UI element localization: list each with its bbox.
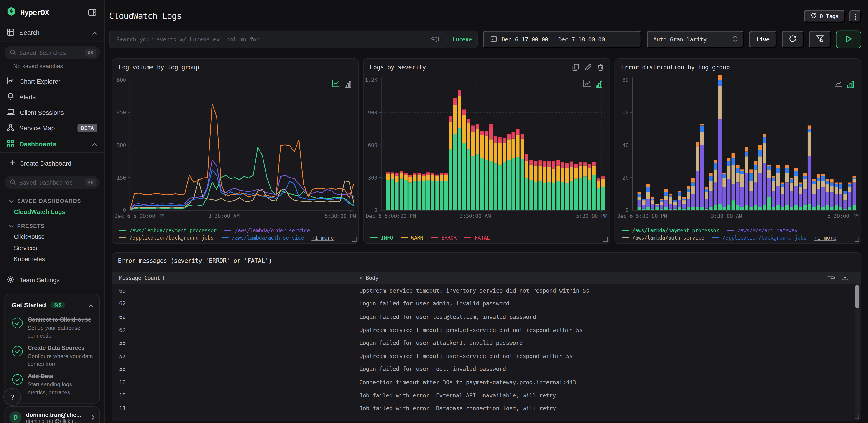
group-header-presets[interactable]: PRESETS — [0, 218, 104, 231]
legend-item[interactable]: /aws/lambda/payment-processor — [119, 227, 217, 233]
saved-dashboards-input[interactable]: Saved Dashboards ⌘K — [4, 176, 99, 189]
chart-type-toggle — [834, 80, 854, 90]
chart-plot[interactable]: 03006009001.2KDec 6 5:00:00 PM3:30:00 AM… — [365, 76, 609, 224]
duplicate-icon[interactable] — [572, 63, 579, 73]
legend-item[interactable]: /application/background-jobs — [119, 234, 214, 241]
line-chart-toggle-icon[interactable] — [583, 80, 591, 90]
table-header: Message Count ↓ ⠿ Body — [113, 272, 861, 284]
table-title: Error messages (severity 'ERROR' or 'FAT… — [118, 257, 272, 264]
sidebar-item-dashboards[interactable]: Dashboards — [0, 136, 104, 153]
lucene-toggle[interactable]: Lucene — [453, 36, 472, 43]
table-row[interactable]: 62Login failed for user test@test.com, i… — [113, 310, 856, 323]
svg-text:60: 60 — [623, 110, 629, 116]
table-scrollbar-thumb[interactable] — [855, 285, 859, 308]
table-row[interactable]: 53Login failed for user root, invalid pa… — [113, 362, 856, 375]
column-header-body[interactable]: ⠿ Body — [359, 275, 827, 281]
table-row[interactable]: 57Upstream service timeout: user-service… — [113, 349, 856, 362]
svg-text:Dec 6 5:00:00 PM: Dec 6 5:00:00 PM — [366, 213, 416, 219]
tags-label: 0 Tags — [820, 13, 839, 19]
legend-swatch — [727, 230, 734, 231]
legend-item[interactable]: /aws/lambda/auth-service — [622, 234, 704, 241]
sidebar-item-chart-explorer[interactable]: Chart Explorer — [0, 74, 104, 89]
cell-message-count: 58 — [113, 339, 359, 346]
panel-resize-handle[interactable] — [603, 237, 608, 242]
sidebar-item-team-settings[interactable]: Team Settings — [0, 272, 104, 288]
wrap-lines-icon[interactable] — [827, 274, 835, 282]
user-profile-card[interactable]: D dominic.tran@clic... dominic.tran@clic… — [4, 406, 99, 423]
table-row[interactable]: 11Job failed with error: Database connec… — [113, 401, 856, 415]
svg-text:1.2K: 1.2K — [365, 77, 377, 83]
legend-item[interactable]: /aws/ecs/api-gateway — [727, 227, 798, 233]
page-title: CloudWatch Logs — [109, 11, 182, 21]
service-map-icon — [7, 123, 14, 133]
svg-text:Dec 6 5:00:00 PM: Dec 6 5:00:00 PM — [617, 213, 667, 219]
chart-plot[interactable]: 0150300450600Dec 6 5:00:00 PM3:30:00 AM5… — [114, 76, 357, 224]
get-started-item[interactable]: Connect to ClickHouseSet up your databas… — [5, 312, 99, 340]
legend-item[interactable]: WARN — [401, 234, 423, 241]
line-chart-toggle-icon[interactable] — [834, 80, 842, 90]
run-query-button[interactable] — [836, 31, 861, 48]
download-icon[interactable] — [841, 274, 849, 282]
event-search-box: SQL | Lucene — [109, 31, 478, 48]
legend-more-link[interactable]: +1 more — [311, 234, 334, 241]
legend-more-link[interactable]: +1 more — [814, 234, 836, 241]
panel-resize-handle[interactable] — [855, 237, 859, 242]
panel-resize-handle[interactable] — [352, 237, 356, 242]
gear-icon — [7, 276, 14, 284]
table-row[interactable]: 16Connection timeout after 30s to paymen… — [113, 375, 856, 388]
bar-chart-toggle-icon[interactable] — [344, 80, 351, 90]
table-row[interactable]: 15Job failed with error: External API un… — [113, 389, 856, 401]
help-button[interactable]: ? — [3, 388, 21, 406]
filter-button[interactable] — [809, 31, 831, 48]
sql-toggle[interactable]: SQL — [431, 36, 441, 43]
group-header-saved-dashboards[interactable]: SAVED DASHBOARDS — [0, 192, 104, 206]
table-row[interactable]: 69Upstream service timeout: inventory-se… — [113, 284, 856, 297]
bar-chart-toggle-icon[interactable] — [596, 80, 603, 90]
dashboard-menu-button[interactable]: ⋮ — [849, 10, 861, 23]
legend-item[interactable]: /aws/lambda/payment-processor — [622, 227, 719, 233]
dashboard-link-services[interactable]: Services — [0, 242, 104, 253]
refresh-icon — [789, 35, 797, 44]
sidebar-item-service-map[interactable]: Service MapBETA — [0, 120, 104, 136]
legend-item[interactable]: INFO — [370, 234, 393, 241]
table-row[interactable]: 58Login failed for user attacker1, inval… — [113, 336, 856, 349]
dashboard-link-clickhouse[interactable]: ClickHouse — [0, 231, 104, 242]
search-icon — [10, 48, 16, 58]
delete-icon[interactable] — [597, 63, 604, 73]
table-row[interactable]: 62Upstream service timeout: product-serv… — [113, 323, 856, 336]
get-started-item[interactable]: Create Data SourcesConfigure where your … — [5, 340, 99, 369]
legend-label: WARN — [411, 234, 423, 241]
svg-text:0: 0 — [123, 207, 126, 213]
legend-item[interactable]: /aws/lambda/auth-service — [221, 234, 304, 241]
edit-icon[interactable] — [585, 63, 592, 73]
live-button[interactable]: Live — [749, 31, 777, 48]
date-range-button[interactable]: Dec 6 17:00:00 - Dec 7 18:00:00 — [483, 31, 642, 48]
line-chart-toggle-icon[interactable] — [332, 80, 340, 90]
tags-button[interactable]: 0 Tags — [804, 10, 845, 23]
sidebar-item-alerts[interactable]: Alerts — [0, 89, 104, 105]
chart-plot[interactable]: 020406080Dec 6 5:00:00 PM3:30:00 AM5:30:… — [616, 76, 860, 224]
sidebar-item-search[interactable]: Search — [0, 24, 104, 41]
panel-resize-handle[interactable] — [855, 415, 859, 419]
legend-item[interactable]: /application/background-jobs — [712, 234, 807, 241]
chart-legend: INFOWARNERRORFATAL — [370, 234, 490, 241]
create-dashboard-button[interactable]: Create Dashboard — [0, 156, 104, 171]
chart-title: Error distribution by log group — [621, 64, 730, 71]
dashboard-link-cloudwatch-logs[interactable]: CloudWatch Logs — [0, 206, 104, 218]
table-row[interactable]: 62Login failed for user admin, invalid p… — [113, 297, 856, 310]
get-started-header[interactable]: Get Started 3/3 — [5, 294, 99, 312]
bar-chart-toggle-icon[interactable] — [847, 80, 854, 90]
chart-panel-0: Log volume by log group0150300450600Dec … — [112, 58, 359, 244]
column-header-message-count[interactable]: Message Count ↓ — [113, 275, 359, 281]
legend-item[interactable]: /aws/lambda/order-service — [224, 227, 310, 233]
granularity-select[interactable]: Auto Granularity — [647, 31, 744, 48]
saved-searches-input[interactable]: Saved Searches ⌘K — [4, 46, 99, 59]
collapse-sidebar-button[interactable] — [87, 7, 97, 17]
sidebar-item-client-sessions[interactable]: Client Sessions — [0, 105, 104, 120]
legend-item[interactable]: FATAL — [464, 234, 490, 241]
legend-item[interactable]: ERROR — [431, 234, 456, 241]
refresh-button[interactable] — [782, 31, 804, 48]
get-started-title: Get Started — [11, 302, 46, 308]
dashboard-link-kubernetes[interactable]: Kubernetes — [0, 253, 104, 264]
event-search-input[interactable] — [115, 35, 427, 43]
